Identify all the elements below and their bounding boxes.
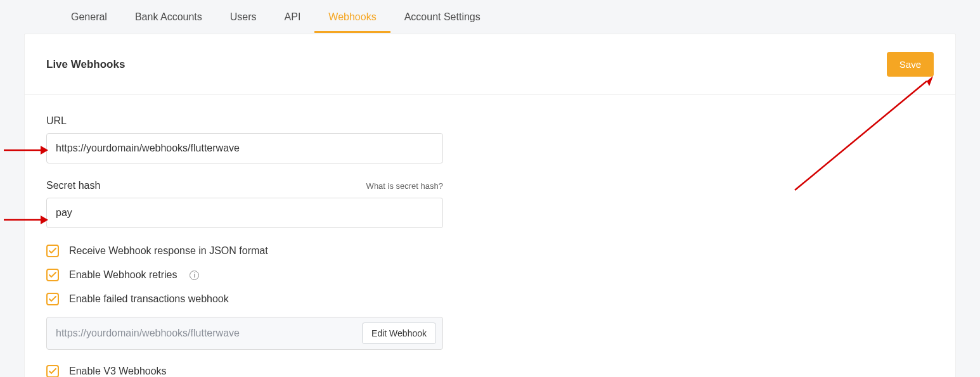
info-icon[interactable]: i: [190, 271, 199, 280]
webhooks-card: Live Webhooks Save URL Secret hash What …: [24, 34, 956, 377]
url-label: URL: [46, 115, 67, 127]
check-icon: [49, 296, 56, 302]
secret-hash-hint-link[interactable]: What is secret hash?: [366, 181, 443, 191]
tab-account-settings[interactable]: Account Settings: [390, 0, 494, 33]
tab-users[interactable]: Users: [216, 0, 271, 33]
secret-hash-label: Secret hash: [46, 180, 100, 191]
page-title: Live Webhooks: [46, 58, 125, 71]
webhook-readonly-url: https://yourdomain/webhooks/flutterwave: [56, 328, 354, 339]
checkbox-failed-tx[interactable]: [46, 293, 59, 305]
checkbox-json-format-label: Receive Webhook response in JSON format: [69, 245, 268, 257]
check-icon: [49, 272, 56, 278]
tab-bank-accounts[interactable]: Bank Accounts: [121, 0, 216, 33]
checkbox-json-format[interactable]: [46, 245, 59, 257]
edit-webhook-button[interactable]: Edit Webhook: [362, 323, 436, 344]
checkbox-v3-label: Enable V3 Webhooks: [69, 366, 167, 377]
checkbox-retries[interactable]: [46, 269, 59, 281]
webhook-readonly-row: https://yourdomain/webhooks/flutterwave …: [46, 317, 443, 350]
checkbox-v3[interactable]: [46, 365, 59, 377]
tab-webhooks[interactable]: Webhooks: [314, 0, 390, 33]
save-button[interactable]: Save: [887, 52, 934, 77]
url-input[interactable]: [46, 133, 443, 163]
tab-api[interactable]: API: [271, 0, 315, 33]
check-icon: [49, 248, 56, 254]
tab-general[interactable]: General: [57, 0, 121, 33]
checkbox-failed-tx-label: Enable failed transactions webhook: [69, 293, 229, 305]
check-icon: [49, 368, 56, 374]
settings-tabs: General Bank Accounts Users API Webhooks…: [24, 0, 956, 34]
secret-hash-input[interactable]: [46, 198, 443, 228]
checkbox-retries-label: Enable Webhook retries: [69, 269, 177, 281]
